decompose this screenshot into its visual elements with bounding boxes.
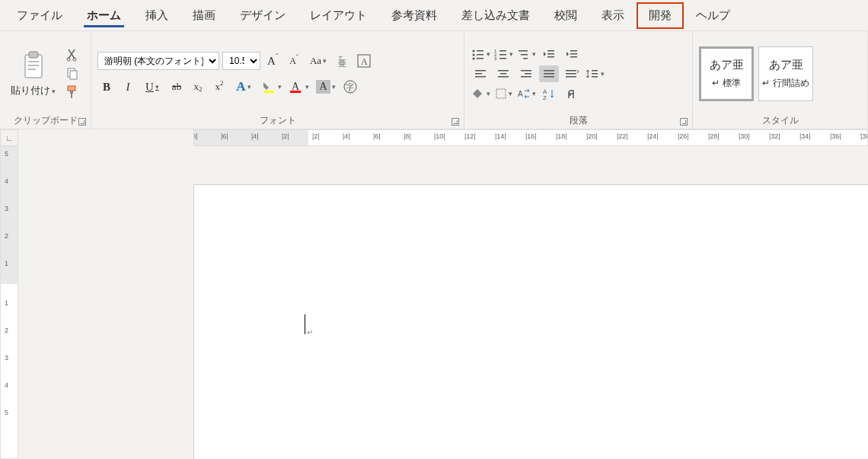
shading-button[interactable]: ▾: [471, 85, 490, 102]
enclose-characters-button[interactable]: A: [355, 52, 373, 70]
format-painter-icon[interactable]: [65, 84, 80, 100]
show-marks-button[interactable]: [562, 85, 582, 102]
tab-review[interactable]: 校閲: [542, 2, 589, 29]
paste-button[interactable]: 貼り付け▾: [6, 47, 60, 100]
subscript-button[interactable]: x2: [189, 78, 207, 96]
svg-rect-56: [592, 70, 598, 72]
paste-label: 貼り付け▾: [11, 84, 56, 97]
bold-button[interactable]: B: [97, 78, 116, 96]
clipboard-icon: [21, 50, 46, 81]
tab-insert[interactable]: 挿入: [133, 2, 180, 29]
tab-file[interactable]: ファイル: [5, 2, 75, 29]
shrink-font-button[interactable]: Aˇ: [285, 52, 303, 70]
multilevel-list-button[interactable]: ▾: [516, 46, 536, 62]
svg-rect-33: [521, 54, 528, 56]
group-styles: あア亜 ↵ 標準 あア亜 ↵ 行間詰め スタイル: [693, 31, 868, 129]
svg-rect-59: [496, 89, 506, 98]
text-direction-button[interactable]: A▾: [516, 85, 536, 102]
svg-rect-49: [521, 76, 531, 78]
font-dialog-launcher[interactable]: [452, 118, 459, 126]
tab-draw[interactable]: 描画: [180, 2, 228, 29]
text-cursor: [305, 314, 305, 334]
ribbon: 貼り付け▾ クリップボード 游明朝 (本文のフォント) 10.5 Aˆ Aˇ A…: [0, 30, 868, 129]
styles-group-label: スタイル: [762, 114, 799, 127]
style-normal[interactable]: あア亜 ↵ 標準: [699, 46, 754, 101]
svg-rect-34: [523, 58, 528, 59]
svg-rect-10: [70, 91, 73, 94]
document-page[interactable]: ↵: [193, 184, 868, 459]
svg-rect-58: [592, 76, 598, 78]
tab-view[interactable]: 表示: [589, 2, 637, 29]
svg-point-20: [472, 50, 474, 53]
tab-developer[interactable]: 開発: [637, 2, 684, 29]
tab-selector[interactable]: ∟: [0, 129, 18, 146]
svg-text:亜: 亜: [338, 59, 346, 68]
strikethrough-button[interactable]: ab: [168, 78, 186, 96]
borders-button[interactable]: ▾: [493, 85, 513, 102]
distribute-button[interactable]: [562, 65, 582, 82]
line-spacing-button[interactable]: ▾: [585, 65, 605, 82]
justify-button[interactable]: [539, 65, 559, 82]
align-right-button[interactable]: [516, 65, 536, 82]
font-name-select[interactable]: 游明朝 (本文のフォント): [97, 52, 219, 70]
sort-button[interactable]: AZ: [539, 85, 559, 102]
text-effects-button[interactable]: A▾: [231, 78, 256, 96]
page-gutter: [18, 146, 193, 459]
svg-rect-2: [28, 61, 39, 62]
grow-font-button[interactable]: Aˆ: [263, 52, 282, 70]
svg-rect-4: [28, 69, 36, 70]
enclose-char-circle-button[interactable]: 字: [341, 78, 359, 96]
svg-text:A: A: [518, 90, 523, 98]
font-size-select[interactable]: 10.5: [222, 52, 260, 70]
svg-rect-36: [547, 53, 554, 55]
tab-home[interactable]: ホーム: [75, 2, 133, 29]
font-color-button[interactable]: A▾: [286, 78, 311, 96]
svg-text:3: 3: [494, 56, 497, 60]
svg-rect-45: [500, 73, 506, 75]
svg-rect-44: [498, 70, 509, 72]
svg-rect-50: [544, 70, 554, 72]
svg-rect-40: [570, 56, 577, 58]
align-left-button[interactable]: [471, 65, 490, 82]
tab-references[interactable]: 参考資料: [379, 2, 449, 29]
phonetic-guide-button[interactable]: ア亜: [333, 52, 352, 70]
align-center-button[interactable]: [493, 65, 513, 82]
bullets-button[interactable]: ▾: [471, 46, 490, 62]
tab-layout[interactable]: レイアウト: [298, 2, 379, 29]
tab-help[interactable]: ヘルプ: [684, 2, 742, 29]
svg-rect-31: [499, 58, 506, 59]
vertical-ruler[interactable]: 5432112345: [0, 146, 18, 459]
tab-design[interactable]: デザイン: [228, 2, 298, 29]
svg-rect-1: [29, 52, 38, 58]
svg-rect-54: [566, 73, 576, 75]
style-preview: あア亜: [710, 58, 744, 72]
svg-rect-52: [544, 76, 554, 78]
decrease-indent-button[interactable]: [539, 46, 559, 62]
paragraph-dialog-launcher[interactable]: [680, 118, 688, 126]
change-case-button[interactable]: Aa▾: [306, 52, 330, 70]
cut-icon[interactable]: [65, 48, 80, 62]
superscript-button[interactable]: x2: [210, 78, 228, 96]
underline-button[interactable]: U▾: [140, 78, 164, 96]
svg-rect-38: [570, 50, 577, 52]
clipboard-dialog-launcher[interactable]: [78, 118, 86, 126]
ruler-area: ∟ |8||6||4||2||2||4||6||8||10||12||14||1…: [0, 129, 868, 146]
increase-indent-button[interactable]: [562, 46, 582, 62]
font-group-label: フォント: [260, 114, 296, 127]
numbering-button[interactable]: 123▾: [493, 46, 513, 62]
tab-mailings[interactable]: 差し込み文書: [449, 2, 542, 29]
svg-rect-37: [547, 56, 554, 58]
svg-rect-32: [519, 50, 528, 52]
italic-button[interactable]: I: [119, 78, 137, 96]
svg-point-24: [472, 58, 474, 60]
character-shading-button[interactable]: A▾: [314, 78, 338, 96]
style-preview: あア亜: [769, 58, 803, 72]
horizontal-ruler[interactable]: |8||6||4||2||2||4||6||8||10||12||14||16|…: [193, 129, 868, 146]
copy-icon[interactable]: [65, 66, 80, 80]
svg-rect-25: [477, 58, 483, 59]
highlight-button[interactable]: ▾: [259, 78, 283, 96]
svg-rect-55: [566, 76, 576, 78]
svg-text:A: A: [361, 56, 368, 67]
style-name: ↵ 行間詰め: [762, 77, 809, 90]
style-no-spacing[interactable]: あア亜 ↵ 行間詰め: [758, 46, 813, 101]
